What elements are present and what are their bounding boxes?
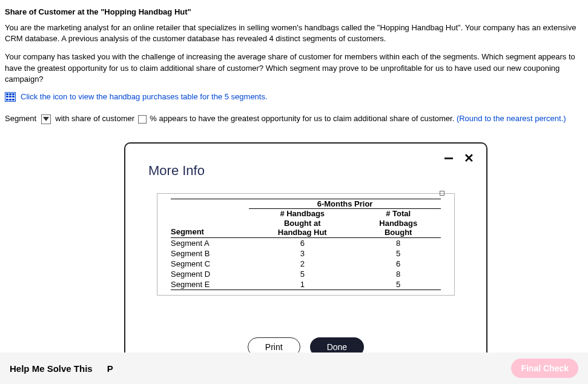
page-title: Share of Customer at the "Hopping Handba… — [5, 7, 583, 16]
footer-p-cut[interactable]: P — [107, 363, 113, 374]
answer-mid2: % appears to have the greatest opportuni… — [150, 114, 454, 123]
table-icon[interactable] — [5, 92, 16, 102]
table-super-header: 6-Months Prior — [249, 199, 441, 209]
svg-marker-0 — [43, 117, 49, 121]
table-row: Segment B 3 5 — [171, 248, 441, 259]
table-row: Segment C 2 6 — [171, 259, 441, 269]
more-info-modal: ✕ More Info 6-Months Prior Segment # Han… — [124, 142, 487, 372]
round-hint: (Round to the nearest percent.) — [457, 114, 566, 123]
intro-paragraph-2: Your company has tasked you with the cha… — [5, 51, 583, 85]
segments-table: 6-Months Prior Segment # HandbagsBought … — [171, 199, 441, 290]
table-row: Segment E 1 5 — [171, 279, 441, 290]
col-hut: # HandbagsBought at Handbag Hut — [249, 209, 355, 238]
minimize-icon[interactable] — [444, 157, 453, 159]
segment-select[interactable] — [41, 114, 51, 124]
answer-mid1: with share of customer — [55, 114, 134, 123]
table-container: 6-Months Prior Segment # HandbagsBought … — [157, 193, 455, 296]
final-check-button[interactable]: Final Check — [511, 359, 578, 378]
close-icon[interactable]: ✕ — [464, 152, 474, 164]
modal-title: More Info — [148, 163, 467, 179]
intro-paragraph-1: You are the marketing analyst for an onl… — [5, 22, 583, 44]
col-segment: Segment — [171, 209, 249, 238]
percent-input[interactable] — [138, 115, 147, 124]
footer-bar: Help Me Solve This P Final Check — [0, 353, 588, 384]
view-table-link[interactable]: Click the icon to view the handbag purch… — [21, 92, 268, 101]
answer-sentence: Segment with share of customer % appears… — [5, 114, 566, 123]
table-row: Segment A 6 8 — [171, 237, 441, 248]
table-row: Segment D 5 8 — [171, 269, 441, 279]
resize-marker-icon — [440, 191, 444, 196]
col-total: # TotalHandbagsBought — [355, 209, 441, 238]
help-me-solve-button[interactable]: Help Me Solve This — [10, 363, 93, 374]
answer-pre: Segment — [5, 114, 36, 123]
